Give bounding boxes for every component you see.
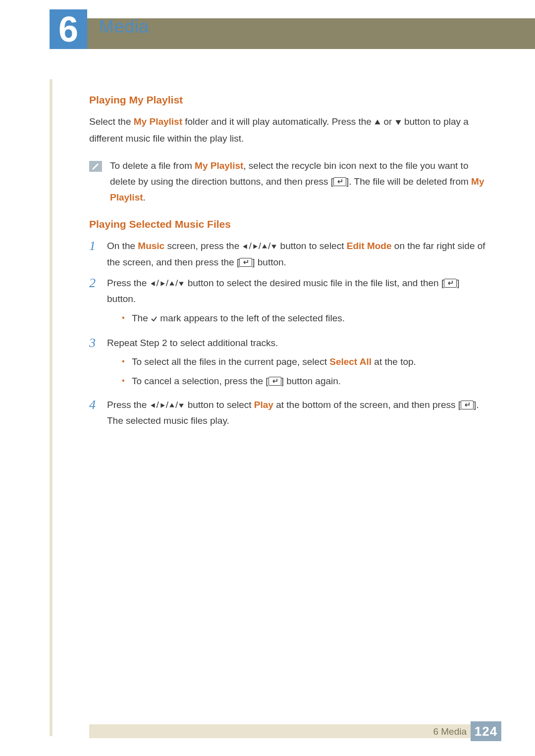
step-number: 3 <box>89 335 107 392</box>
down-arrow-icon <box>395 115 402 131</box>
step-body: Press the /// button to select Play at t… <box>107 397 485 429</box>
page-number: 124 <box>475 724 497 739</box>
step-1: 1 On the Music screen, press the /// but… <box>89 238 485 270</box>
note-icon <box>89 161 102 172</box>
text: To select all the files in the current p… <box>132 356 329 367</box>
text: button to select the desired music file … <box>185 278 444 288</box>
svg-marker-12 <box>169 403 174 407</box>
step-number: 1 <box>89 238 107 270</box>
chapter-number-box: 6 <box>50 9 87 49</box>
enter-icon <box>444 279 457 288</box>
text: To cancel a selection, press the [ <box>132 376 268 386</box>
page-number-box: 124 <box>471 721 501 741</box>
check-icon <box>151 311 158 327</box>
bullet-dot-icon: • <box>122 373 132 389</box>
bullet-dot-icon: • <box>122 354 132 370</box>
text: or <box>381 116 394 127</box>
page: 6 Media Playing My Playlist Select the M… <box>0 0 535 756</box>
text: ] button. <box>252 257 286 267</box>
content: Playing My Playlist Select the My Playli… <box>89 94 485 434</box>
emphasis-edit-mode: Edit Mode <box>347 241 392 251</box>
text: ] button again. <box>281 376 341 386</box>
chapter-number: 6 <box>58 11 78 47</box>
svg-marker-7 <box>160 281 164 286</box>
bullet-item: • To cancel a selection, press the [] bu… <box>122 373 485 389</box>
paragraph: Select the My Playlist folder and it wil… <box>89 114 485 147</box>
svg-marker-5 <box>272 245 277 249</box>
step-number: 2 <box>89 275 107 330</box>
enter-icon <box>268 377 281 386</box>
text: Select the <box>89 116 134 127</box>
emphasis-play: Play <box>254 400 273 410</box>
text: Press the <box>107 400 150 410</box>
step-2: 2 Press the /// button to select the des… <box>89 275 485 330</box>
text: . <box>143 192 146 202</box>
svg-marker-11 <box>160 403 164 408</box>
text: On the <box>107 241 138 251</box>
step-body: Press the /// button to select the desir… <box>107 275 485 330</box>
svg-marker-13 <box>179 403 184 407</box>
bullet-item: • To select all the files in the current… <box>122 354 485 370</box>
svg-marker-2 <box>243 245 247 250</box>
emphasis-my-playlist: My Playlist <box>195 160 243 171</box>
enter-icon <box>461 401 474 409</box>
text: at the bottom of the screen, and then pr… <box>273 400 461 410</box>
svg-marker-0 <box>375 119 380 124</box>
step-body: On the Music screen, press the /// butto… <box>107 238 485 270</box>
text: folder and it will play automatically. P… <box>182 116 374 127</box>
text: ]. The file will be deleted from <box>346 176 471 187</box>
bullet-text: The mark appears to the left of the sele… <box>132 310 485 327</box>
emphasis-my-playlist: My Playlist <box>134 116 182 127</box>
text: Press the <box>107 278 150 288</box>
step-4: 4 Press the /// button to select Play at… <box>89 397 485 429</box>
emphasis-select-all: Select All <box>329 356 372 367</box>
bullet-text: To select all the files in the current p… <box>132 354 485 370</box>
svg-marker-1 <box>395 120 401 125</box>
note-text: To delete a file from My Playlist, selec… <box>110 158 485 206</box>
section-title-playing-my-playlist: Playing My Playlist <box>89 94 485 106</box>
chapter-title: Media <box>99 16 149 37</box>
enter-icon <box>239 258 252 267</box>
text: button to select <box>185 400 254 410</box>
bullet-dot-icon: • <box>122 310 132 327</box>
svg-marker-9 <box>179 282 184 286</box>
section-title-playing-selected: Playing Selected Music Files <box>89 218 485 230</box>
enter-icon <box>333 177 346 186</box>
side-accent <box>50 79 53 736</box>
svg-marker-8 <box>169 281 174 285</box>
svg-marker-6 <box>151 281 155 286</box>
bullet-text: To cancel a selection, press the [] butt… <box>132 373 485 389</box>
bullet-list: • The mark appears to the left of the se… <box>107 310 485 327</box>
direction-arrows-icon: /// <box>150 278 185 288</box>
emphasis-music: Music <box>138 241 164 251</box>
text: Repeat Step 2 to select additional track… <box>107 338 278 348</box>
note: To delete a file from My Playlist, selec… <box>89 158 485 206</box>
step-body: Repeat Step 2 to select additional track… <box>107 335 485 392</box>
up-arrow-icon <box>374 115 381 131</box>
bullet-list: • To select all the files in the current… <box>107 354 485 389</box>
bullet-item: • The mark appears to the left of the se… <box>122 310 485 327</box>
text: mark appears to the left of the selected… <box>158 313 345 323</box>
text: The <box>132 313 151 323</box>
svg-marker-10 <box>151 403 155 408</box>
step-3: 3 Repeat Step 2 to select additional tra… <box>89 335 485 392</box>
text: screen, press the <box>164 241 242 251</box>
text: at the top. <box>372 356 416 367</box>
svg-marker-4 <box>262 245 267 249</box>
direction-arrows-icon: /// <box>242 241 277 251</box>
text: button to select <box>277 241 346 251</box>
text: To delete a file from <box>110 160 195 171</box>
svg-marker-3 <box>253 245 257 250</box>
step-number: 4 <box>89 397 107 429</box>
direction-arrows-icon: /// <box>150 400 185 410</box>
footer-label: 6 Media <box>433 726 467 737</box>
